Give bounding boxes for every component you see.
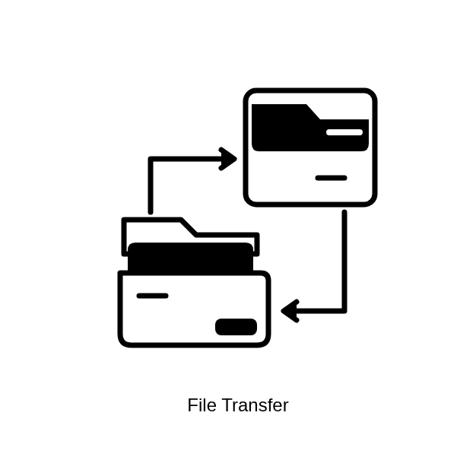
file-transfer-diagram: [78, 60, 398, 379]
file-transfer-icon: [78, 60, 398, 379]
svg-rect-4: [215, 319, 257, 335]
caption-text: File Transfer: [187, 395, 288, 416]
